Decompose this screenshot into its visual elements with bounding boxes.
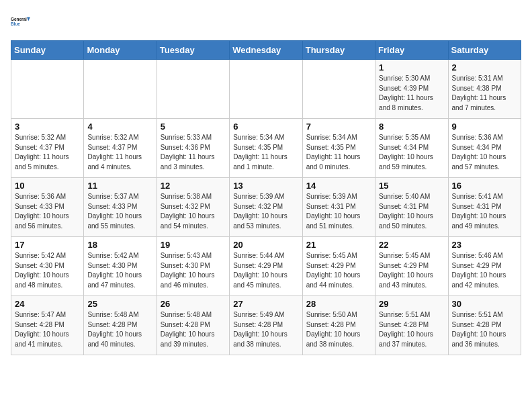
day-number: 23	[452, 240, 517, 250]
day-info: Sunrise: 5:36 AM Sunset: 4:33 PM Dayligh…	[15, 192, 80, 231]
day-info: Sunrise: 5:41 AM Sunset: 4:31 PM Dayligh…	[452, 192, 517, 231]
calendar-cell: 4Sunrise: 5:32 AM Sunset: 4:37 PM Daylig…	[84, 119, 157, 178]
day-number: 28	[306, 299, 371, 309]
calendar-cell: 27Sunrise: 5:49 AM Sunset: 4:28 PM Dayli…	[230, 296, 302, 355]
calendar-cell: 15Sunrise: 5:40 AM Sunset: 4:31 PM Dayli…	[375, 178, 448, 237]
calendar-cell	[84, 60, 157, 119]
calendar-cell: 12Sunrise: 5:38 AM Sunset: 4:32 PM Dayli…	[157, 178, 229, 237]
day-number: 12	[161, 181, 226, 191]
day-info: Sunrise: 5:36 AM Sunset: 4:34 PM Dayligh…	[452, 133, 517, 172]
day-info: Sunrise: 5:45 AM Sunset: 4:29 PM Dayligh…	[306, 251, 371, 290]
calendar-cell: 5Sunrise: 5:33 AM Sunset: 4:36 PM Daylig…	[157, 119, 229, 178]
calendar-cell: 9Sunrise: 5:36 AM Sunset: 4:34 PM Daylig…	[448, 119, 521, 178]
svg-text:Blue: Blue	[11, 21, 20, 26]
day-info: Sunrise: 5:42 AM Sunset: 4:30 PM Dayligh…	[87, 251, 152, 290]
day-info: Sunrise: 5:39 AM Sunset: 4:32 PM Dayligh…	[233, 192, 298, 231]
day-number: 17	[15, 240, 80, 250]
calendar-cell: 18Sunrise: 5:42 AM Sunset: 4:30 PM Dayli…	[84, 237, 157, 296]
day-info: Sunrise: 5:44 AM Sunset: 4:29 PM Dayligh…	[233, 251, 298, 290]
day-info: Sunrise: 5:50 AM Sunset: 4:28 PM Dayligh…	[306, 310, 371, 349]
page-header: GeneralBlue	[11, 11, 521, 32]
calendar-cell: 16Sunrise: 5:41 AM Sunset: 4:31 PM Dayli…	[448, 178, 521, 237]
calendar-cell: 7Sunrise: 5:34 AM Sunset: 4:35 PM Daylig…	[302, 119, 375, 178]
calendar-cell: 3Sunrise: 5:32 AM Sunset: 4:37 PM Daylig…	[11, 119, 84, 178]
logo-icon: GeneralBlue	[11, 11, 32, 32]
day-info: Sunrise: 5:32 AM Sunset: 4:37 PM Dayligh…	[15, 133, 80, 172]
day-info: Sunrise: 5:42 AM Sunset: 4:30 PM Dayligh…	[15, 251, 80, 290]
svg-text:General: General	[11, 17, 27, 21]
day-number: 15	[379, 181, 444, 191]
weekday-header-monday: Monday	[84, 41, 157, 60]
calendar-week-3: 10Sunrise: 5:36 AM Sunset: 4:33 PM Dayli…	[11, 178, 521, 237]
weekday-header-tuesday: Tuesday	[157, 41, 229, 60]
day-info: Sunrise: 5:34 AM Sunset: 4:35 PM Dayligh…	[306, 133, 371, 172]
calendar-week-4: 17Sunrise: 5:42 AM Sunset: 4:30 PM Dayli…	[11, 237, 521, 296]
day-number: 22	[379, 240, 444, 250]
calendar-cell: 8Sunrise: 5:35 AM Sunset: 4:34 PM Daylig…	[375, 119, 448, 178]
calendar-cell: 23Sunrise: 5:46 AM Sunset: 4:29 PM Dayli…	[448, 237, 521, 296]
calendar-cell: 2Sunrise: 5:31 AM Sunset: 4:38 PM Daylig…	[448, 60, 521, 119]
day-info: Sunrise: 5:37 AM Sunset: 4:33 PM Dayligh…	[87, 192, 152, 231]
day-number: 4	[87, 122, 152, 132]
day-info: Sunrise: 5:48 AM Sunset: 4:28 PM Dayligh…	[161, 310, 226, 349]
day-number: 13	[233, 181, 298, 191]
calendar-week-2: 3Sunrise: 5:32 AM Sunset: 4:37 PM Daylig…	[11, 119, 521, 178]
day-info: Sunrise: 5:45 AM Sunset: 4:29 PM Dayligh…	[379, 251, 444, 290]
day-number: 26	[161, 299, 226, 309]
day-number: 19	[161, 240, 226, 250]
calendar-cell	[302, 60, 375, 119]
calendar-cell	[157, 60, 229, 119]
calendar-week-5: 24Sunrise: 5:47 AM Sunset: 4:28 PM Dayli…	[11, 296, 521, 355]
calendar-cell: 20Sunrise: 5:44 AM Sunset: 4:29 PM Dayli…	[230, 237, 302, 296]
day-number: 11	[87, 181, 152, 191]
day-info: Sunrise: 5:40 AM Sunset: 4:31 PM Dayligh…	[379, 192, 444, 231]
day-number: 3	[15, 122, 80, 132]
day-info: Sunrise: 5:38 AM Sunset: 4:32 PM Dayligh…	[161, 192, 226, 231]
day-info: Sunrise: 5:49 AM Sunset: 4:28 PM Dayligh…	[233, 310, 298, 349]
calendar-cell: 25Sunrise: 5:48 AM Sunset: 4:28 PM Dayli…	[84, 296, 157, 355]
logo: GeneralBlue	[11, 11, 32, 32]
day-number: 10	[15, 181, 80, 191]
day-number: 6	[233, 122, 298, 132]
day-number: 20	[233, 240, 298, 250]
calendar-cell	[11, 60, 84, 119]
weekday-header-sunday: Sunday	[11, 41, 84, 60]
weekday-header-saturday: Saturday	[448, 41, 521, 60]
calendar-cell: 6Sunrise: 5:34 AM Sunset: 4:35 PM Daylig…	[230, 119, 302, 178]
day-number: 8	[379, 122, 444, 132]
day-info: Sunrise: 5:51 AM Sunset: 4:28 PM Dayligh…	[379, 310, 444, 349]
day-number: 18	[87, 240, 152, 250]
calendar-cell: 22Sunrise: 5:45 AM Sunset: 4:29 PM Dayli…	[375, 237, 448, 296]
calendar-cell	[230, 60, 302, 119]
weekday-header-row: SundayMondayTuesdayWednesdayThursdayFrid…	[11, 41, 521, 60]
day-number: 25	[87, 299, 152, 309]
calendar-cell: 29Sunrise: 5:51 AM Sunset: 4:28 PM Dayli…	[375, 296, 448, 355]
day-number: 2	[452, 62, 517, 73]
day-info: Sunrise: 5:48 AM Sunset: 4:28 PM Dayligh…	[87, 310, 152, 349]
day-info: Sunrise: 5:43 AM Sunset: 4:30 PM Dayligh…	[161, 251, 226, 290]
calendar-cell: 19Sunrise: 5:43 AM Sunset: 4:30 PM Dayli…	[157, 237, 229, 296]
calendar-cell: 11Sunrise: 5:37 AM Sunset: 4:33 PM Dayli…	[84, 178, 157, 237]
day-number: 24	[15, 299, 80, 309]
day-number: 1	[379, 62, 444, 73]
weekday-header-wednesday: Wednesday	[230, 41, 302, 60]
day-info: Sunrise: 5:39 AM Sunset: 4:31 PM Dayligh…	[306, 192, 371, 231]
calendar-table: SundayMondayTuesdayWednesdayThursdayFrid…	[11, 40, 521, 355]
day-number: 30	[452, 299, 517, 309]
calendar-week-1: 1Sunrise: 5:30 AM Sunset: 4:39 PM Daylig…	[11, 60, 521, 119]
day-info: Sunrise: 5:47 AM Sunset: 4:28 PM Dayligh…	[15, 310, 80, 349]
calendar-cell: 14Sunrise: 5:39 AM Sunset: 4:31 PM Dayli…	[302, 178, 375, 237]
weekday-header-friday: Friday	[375, 41, 448, 60]
day-number: 5	[161, 122, 226, 132]
calendar-cell: 10Sunrise: 5:36 AM Sunset: 4:33 PM Dayli…	[11, 178, 84, 237]
svg-marker-2	[27, 17, 30, 21]
day-number: 9	[452, 122, 517, 132]
day-info: Sunrise: 5:34 AM Sunset: 4:35 PM Dayligh…	[233, 133, 298, 172]
calendar-cell: 30Sunrise: 5:51 AM Sunset: 4:28 PM Dayli…	[448, 296, 521, 355]
day-number: 16	[452, 181, 517, 191]
day-info: Sunrise: 5:31 AM Sunset: 4:38 PM Dayligh…	[452, 74, 517, 113]
day-info: Sunrise: 5:32 AM Sunset: 4:37 PM Dayligh…	[87, 133, 152, 172]
calendar-cell: 26Sunrise: 5:48 AM Sunset: 4:28 PM Dayli…	[157, 296, 229, 355]
day-number: 7	[306, 122, 371, 132]
day-number: 21	[306, 240, 371, 250]
